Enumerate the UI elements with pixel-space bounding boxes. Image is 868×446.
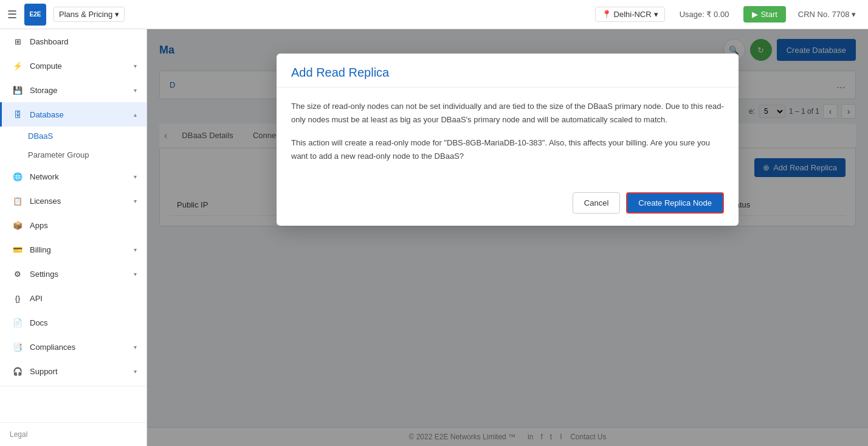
crn-display: CRN No. 7708 ▾ — [793, 10, 861, 19]
support-icon: 🎧 — [12, 365, 24, 377]
chevron-down-icon: ▾ — [134, 173, 137, 180]
chevron-down-icon: ▾ — [134, 198, 137, 204]
sidebar-item-compute[interactable]: ⚡ Compute ▾ — [0, 54, 146, 78]
sidebar-item-compliances[interactable]: 📑 Compliances ▾ — [0, 335, 146, 359]
sidebar-item-apps[interactable]: 📦 Apps — [0, 213, 146, 237]
sidebar-item-network[interactable]: 🌐 Network ▾ — [0, 164, 146, 189]
chevron-down-icon: ▾ — [134, 271, 137, 277]
plans-pricing-dropdown[interactable]: Plans & Pricing ▾ — [53, 7, 125, 22]
modal-header: Add Read Replica — [277, 54, 739, 88]
region-selector[interactable]: 📍 Delhi-NCR ▾ — [595, 7, 665, 22]
apps-icon: 📦 — [12, 219, 24, 231]
start-icon: ▶ — [752, 10, 758, 19]
sidebar-item-support[interactable]: 🎧 Support ▾ — [0, 359, 146, 383]
modal-overlay: Add Read Replica The size of read-only n… — [147, 29, 868, 446]
add-read-replica-modal: Add Read Replica The size of read-only n… — [277, 54, 739, 226]
sidebar-label-docs: Docs — [30, 318, 48, 327]
compliances-icon: 📑 — [12, 341, 24, 353]
topbar: ☰ E2E Plans & Pricing ▾ 📍 Delhi-NCR ▾ Us… — [0, 0, 868, 29]
sidebar-item-docs[interactable]: 📄 Docs — [0, 310, 146, 335]
chevron-down-icon: ▾ — [134, 87, 137, 94]
chevron-down-icon: ▾ — [134, 368, 137, 375]
logo: E2E — [24, 4, 46, 26]
sidebar-label-database: Database — [30, 110, 64, 119]
sidebar-label-storage: Storage — [30, 86, 58, 95]
sidebar-label-licenses: Licenses — [30, 197, 61, 206]
sidebar-item-api[interactable]: {} API — [0, 286, 146, 310]
region-label: Delhi-NCR — [614, 10, 652, 19]
database-submenu: DBaaS Parameter Group — [0, 127, 146, 164]
network-icon: 🌐 — [12, 170, 24, 183]
billing-icon: 💳 — [12, 243, 24, 256]
chevron-down-icon: ▾ — [134, 63, 137, 69]
docs-icon: 📄 — [12, 316, 24, 329]
sidebar-item-dbaas[interactable]: DBaaS — [28, 127, 146, 145]
licenses-icon: 📋 — [12, 195, 24, 207]
sidebar-label-support: Support — [30, 367, 58, 376]
modal-title: Add Read Replica — [291, 66, 724, 80]
sidebar-item-dashboard[interactable]: ⊞ Dashboard — [0, 29, 146, 54]
sidebar-item-settings[interactable]: ⚙ Settings ▾ — [0, 262, 146, 286]
sidebar-label-compute: Compute — [30, 61, 62, 71]
sidebar-item-licenses[interactable]: 📋 Licenses ▾ — [0, 189, 146, 213]
modal-footer: Cancel Create Replica Node — [277, 185, 739, 226]
sidebar-footer-legal[interactable]: Legal — [0, 422, 146, 446]
sidebar-item-storage[interactable]: 💾 Storage ▾ — [0, 78, 146, 102]
modal-text-1: The size of read-only nodes can not be s… — [291, 100, 724, 127]
chevron-down-icon: ▾ — [134, 344, 137, 350]
plans-label: Plans & Pricing — [59, 10, 112, 19]
sidebar-label-network: Network — [30, 172, 59, 181]
sidebar-label-api: API — [30, 294, 43, 303]
chevron-up-icon: ▴ — [134, 111, 137, 118]
location-icon: 📍 — [602, 10, 611, 19]
sidebar-item-database[interactable]: 🗄 Database ▴ — [0, 102, 146, 127]
chevron-down-icon: ▾ — [134, 246, 137, 253]
api-icon: {} — [12, 292, 24, 304]
sidebar-label-billing: Billing — [30, 245, 51, 254]
menu-icon[interactable]: ☰ — [7, 8, 17, 21]
modal-text-2: This action will create a read-only mode… — [291, 136, 724, 163]
storage-icon: 💾 — [12, 84, 24, 96]
dashboard-icon: ⊞ — [12, 35, 24, 47]
create-replica-node-button[interactable]: Create Replica Node — [626, 192, 724, 214]
sidebar-label-compliances: Compliances — [30, 343, 75, 352]
region-arrow-icon: ▾ — [654, 10, 658, 19]
sidebar-item-parameter-group[interactable]: Parameter Group — [28, 145, 146, 164]
plans-arrow-icon: ▾ — [115, 10, 119, 19]
sidebar: ⊞ Dashboard ⚡ Compute ▾ 💾 Storage ▾ 🗄 Da… — [0, 29, 147, 446]
sidebar-label-dashboard: Dashboard — [30, 37, 69, 46]
modal-body: The size of read-only nodes can not be s… — [277, 88, 739, 185]
compute-icon: ⚡ — [12, 60, 24, 72]
main-content: Ma 🔍 ↻ Create Database D ... e: 5 10 — [147, 29, 868, 446]
database-icon: 🗄 — [12, 108, 24, 120]
sidebar-label-settings: Settings — [30, 270, 58, 279]
sidebar-label-apps: Apps — [30, 221, 48, 230]
sidebar-item-billing[interactable]: 💳 Billing ▾ — [0, 237, 146, 262]
usage-display: Usage: ₹ 0.00 — [672, 10, 737, 19]
settings-icon: ⚙ — [12, 268, 24, 280]
start-button[interactable]: ▶ Start — [743, 6, 785, 23]
cancel-button[interactable]: Cancel — [573, 192, 620, 214]
